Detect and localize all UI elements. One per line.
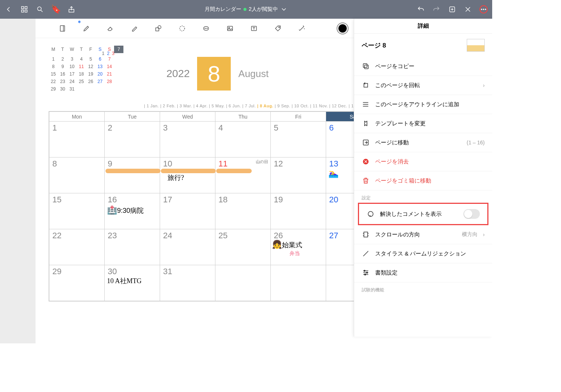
day-cell: 29 xyxy=(49,265,105,301)
scroll-icon xyxy=(362,230,370,239)
day-cell: 17 xyxy=(160,193,215,229)
svg-point-29 xyxy=(365,274,366,275)
goto-icon xyxy=(362,138,370,147)
svg-point-27 xyxy=(364,270,365,271)
day-cell xyxy=(215,265,271,301)
undo-icon[interactable] xyxy=(417,5,425,13)
svg-rect-22 xyxy=(363,64,367,67)
svg-rect-1 xyxy=(25,7,27,9)
more-icon[interactable] xyxy=(479,5,488,13)
goto-page-button[interactable]: ページに移動 (1 – 16) xyxy=(354,133,492,152)
add-outline-button[interactable]: このページをアウトラインに追加 xyxy=(354,95,492,114)
image-tool-icon[interactable] xyxy=(224,22,236,35)
mini-calendar: MTWTFSS7 1234567 891011121314 1516171819… xyxy=(49,46,123,93)
close-icon[interactable] xyxy=(464,5,472,13)
day-cell: 12 xyxy=(271,157,326,193)
chevron-right-icon: › xyxy=(483,82,485,88)
copy-icon xyxy=(362,62,370,70)
day-cell: 3010 A社MTG xyxy=(105,265,160,301)
svg-point-4 xyxy=(37,7,41,10)
svg-rect-14 xyxy=(203,27,208,30)
day-cell: 31 xyxy=(160,265,215,301)
day-cell: 25 xyxy=(215,229,271,265)
sticker-tool-icon[interactable] xyxy=(200,22,212,35)
trash-icon xyxy=(362,177,370,185)
svg-point-7 xyxy=(481,9,482,10)
outline-icon xyxy=(362,100,370,108)
redo-icon[interactable] xyxy=(432,5,441,13)
day-cell: 2 xyxy=(105,122,160,157)
rotate-icon xyxy=(362,81,370,89)
resolved-comments-toggle[interactable]: 解決したコメントを表示 xyxy=(359,204,487,224)
grid-icon[interactable] xyxy=(20,5,28,13)
svg-point-13 xyxy=(180,26,184,31)
scroll-direction-button[interactable]: スクロールの方向 横方向 › xyxy=(354,225,492,244)
day-cell: 8 xyxy=(49,157,105,193)
stylus-icon xyxy=(362,249,370,258)
details-panel: 詳細 ページ 8 ページをコピー このページを回転 › このページをアウトライン… xyxy=(354,19,492,337)
doc-settings-button[interactable]: 書類設定 xyxy=(354,263,492,282)
trash-page-button[interactable]: ページをゴミ箱に移動 xyxy=(354,171,492,190)
svg-rect-2 xyxy=(22,10,24,12)
toggle-switch[interactable] xyxy=(463,209,480,219)
svg-point-8 xyxy=(483,9,484,10)
clear-page-button[interactable]: ページを消去 xyxy=(354,152,492,171)
rotate-page-button[interactable]: このページを回転 › xyxy=(354,76,492,95)
svg-rect-0 xyxy=(22,7,24,9)
svg-point-28 xyxy=(367,272,368,273)
notebook-tool-icon[interactable] xyxy=(56,22,69,35)
day-cell: 22 xyxy=(49,229,105,265)
day-cell: 18 xyxy=(215,193,271,229)
day-cell: 4 xyxy=(215,122,271,157)
tag-tool-icon[interactable] xyxy=(272,22,284,35)
svg-rect-17 xyxy=(227,26,232,31)
swim-icon: 🏊‍♀️ xyxy=(328,169,338,178)
svg-point-20 xyxy=(279,27,280,28)
hospital-icon: 🏥 xyxy=(107,205,117,215)
svg-rect-26 xyxy=(364,232,368,237)
color-black[interactable] xyxy=(338,24,347,33)
event-bar xyxy=(105,169,160,173)
svg-point-15 xyxy=(205,28,206,29)
presence-dot-icon xyxy=(243,8,246,11)
day-cell: 15 xyxy=(49,193,105,229)
shape-tool-icon[interactable] xyxy=(152,22,165,35)
add-page-icon[interactable] xyxy=(448,5,456,13)
day-cell: 26👧始業式弁当 xyxy=(271,229,326,265)
page-thumbnail-icon[interactable] xyxy=(467,39,485,52)
clear-icon xyxy=(362,157,370,166)
girl-icon: 👧 xyxy=(272,240,282,249)
change-template-button[interactable]: テンプレートを変更 xyxy=(354,114,492,133)
svg-rect-10 xyxy=(60,25,65,31)
copy-page-button[interactable]: ページをコピー xyxy=(354,57,492,76)
day-cell: 24 xyxy=(160,229,215,265)
highlighter-tool-icon[interactable] xyxy=(128,22,141,35)
svg-point-12 xyxy=(158,25,161,28)
sliders-icon xyxy=(362,269,370,277)
day-cell: 16🏥9:30病院 xyxy=(105,193,160,229)
chevron-right-icon: › xyxy=(483,232,485,238)
event-bar xyxy=(161,169,216,173)
lasso-tool-icon[interactable] xyxy=(176,22,188,35)
back-icon[interactable] xyxy=(4,5,13,13)
top-bar: 🔖 月間カレンダー 2人が閲覧中 xyxy=(0,0,492,19)
magic-tool-icon[interactable] xyxy=(295,22,308,35)
svg-rect-21 xyxy=(365,65,368,69)
bookmark-icon[interactable]: 🔖 xyxy=(52,5,60,13)
day-cell: 23 xyxy=(105,229,160,265)
eraser-tool-icon[interactable] xyxy=(104,22,117,35)
document-title[interactable]: 月間カレンダー 2人が閲覧中 xyxy=(81,6,411,13)
day-cell: 9 xyxy=(105,157,160,193)
day-cell: 19 xyxy=(271,193,326,229)
calendar-grid: MonTueWedThuFriSat 123456 8 9 10旅行? 11山の… xyxy=(49,111,382,301)
comment-icon xyxy=(367,210,375,218)
page-indicator: ページ 8 xyxy=(354,34,492,57)
stylus-button[interactable]: スタイラス & パームリジェクション xyxy=(354,244,492,263)
event-bar xyxy=(216,169,252,173)
experimental-section-label: 試験的機能 xyxy=(354,282,492,295)
share-icon[interactable] xyxy=(67,5,76,13)
calendar-title: 2022 8 August xyxy=(166,57,269,91)
text-tool-icon[interactable] xyxy=(248,22,260,35)
search-icon[interactable] xyxy=(36,5,44,13)
pen-tool-icon[interactable]: ✱ xyxy=(80,22,93,35)
